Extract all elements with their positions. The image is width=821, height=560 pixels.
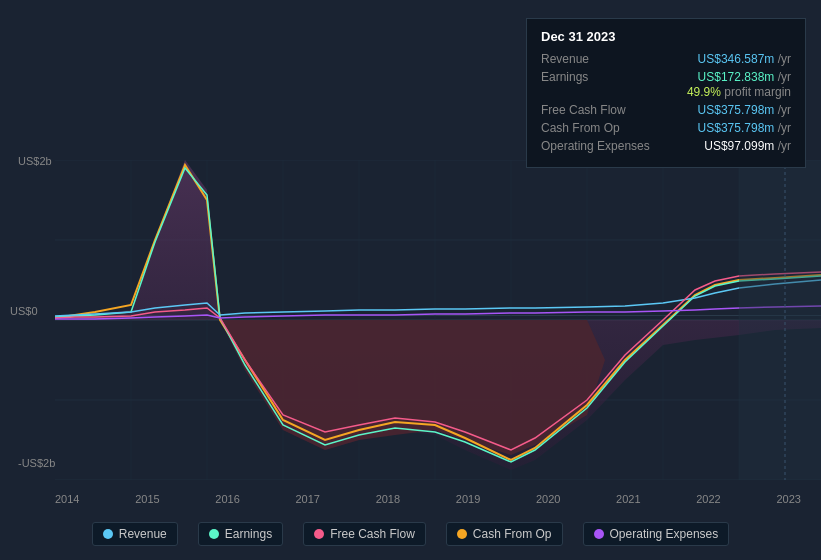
legend-earnings[interactable]: Earnings	[198, 522, 283, 546]
earnings-dot	[209, 529, 219, 539]
legend-fcf[interactable]: Free Cash Flow	[303, 522, 426, 546]
revenue-value: US$346.587m /yr	[698, 52, 791, 66]
revenue-dot	[103, 529, 113, 539]
x-axis-labels: 2014 2015 2016 2017 2018 2019 2020 2021 …	[55, 493, 821, 505]
earnings-value: US$172.838m /yr	[698, 70, 791, 84]
earnings-label: Earnings	[541, 70, 661, 84]
cashfromop-dot	[457, 529, 467, 539]
cashfromop-value: US$375.798m /yr	[698, 121, 791, 135]
x-label-2021: 2021	[616, 493, 640, 505]
profit-margin: 49.9% profit margin	[541, 85, 791, 99]
x-label-2023: 2023	[776, 493, 800, 505]
x-label-2014: 2014	[55, 493, 79, 505]
fcf-dot	[314, 529, 324, 539]
svg-rect-16	[739, 160, 821, 480]
tooltip-row-cashfromop: Cash From Op US$375.798m /yr	[541, 121, 791, 135]
opex-value: US$97.099m /yr	[704, 139, 791, 153]
tooltip-row-fcf: Free Cash Flow US$375.798m /yr	[541, 103, 791, 117]
x-label-2017: 2017	[295, 493, 319, 505]
chart-svg	[55, 160, 821, 480]
tooltip-row-opex: Operating Expenses US$97.099m /yr	[541, 139, 791, 153]
legend: Revenue Earnings Free Cash Flow Cash Fro…	[0, 522, 821, 546]
x-label-2020: 2020	[536, 493, 560, 505]
cashfromop-label: Cash From Op	[541, 121, 661, 135]
legend-cashfromop[interactable]: Cash From Op	[446, 522, 563, 546]
legend-cashfromop-label: Cash From Op	[473, 527, 552, 541]
opex-dot	[594, 529, 604, 539]
y-axis-top-label: US$2b	[18, 155, 52, 167]
legend-opex-label: Operating Expenses	[610, 527, 719, 541]
tooltip-row-revenue: Revenue US$346.587m /yr	[541, 52, 791, 66]
x-label-2016: 2016	[215, 493, 239, 505]
tooltip-box: Dec 31 2023 Revenue US$346.587m /yr Earn…	[526, 18, 806, 168]
y-axis-bottom-label: -US$2b	[18, 457, 55, 469]
legend-opex[interactable]: Operating Expenses	[583, 522, 730, 546]
tooltip-row-earnings: Earnings US$172.838m /yr	[541, 70, 791, 84]
revenue-label: Revenue	[541, 52, 661, 66]
fcf-label: Free Cash Flow	[541, 103, 661, 117]
fcf-value: US$375.798m /yr	[698, 103, 791, 117]
legend-fcf-label: Free Cash Flow	[330, 527, 415, 541]
opex-label: Operating Expenses	[541, 139, 661, 153]
legend-earnings-label: Earnings	[225, 527, 272, 541]
legend-revenue[interactable]: Revenue	[92, 522, 178, 546]
tooltip-date: Dec 31 2023	[541, 29, 791, 44]
x-label-2019: 2019	[456, 493, 480, 505]
x-label-2022: 2022	[696, 493, 720, 505]
legend-revenue-label: Revenue	[119, 527, 167, 541]
x-label-2015: 2015	[135, 493, 159, 505]
x-label-2018: 2018	[376, 493, 400, 505]
y-axis-zero-label: US$0	[10, 305, 38, 317]
